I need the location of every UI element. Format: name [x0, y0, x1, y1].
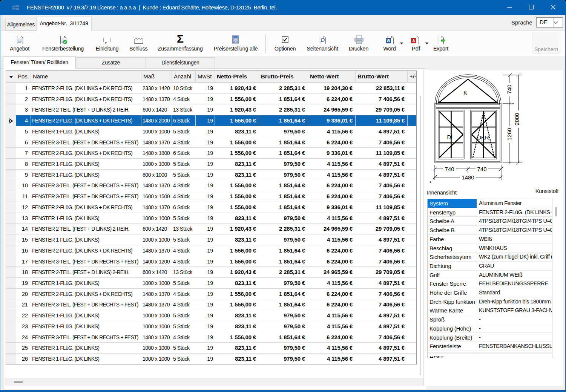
svg-text:740: 740: [477, 166, 486, 172]
svg-text:DKR: DKR: [477, 134, 489, 141]
svg-text:740: 740: [445, 166, 454, 172]
svg-text:740: 740: [506, 84, 512, 94]
svg-text:1480: 1480: [462, 174, 474, 181]
svg-text:W: W: [387, 39, 390, 43]
svg-text:1260: 1260: [506, 128, 512, 140]
svg-text:K: K: [463, 89, 467, 96]
svg-text:A: A: [412, 39, 415, 43]
svg-text:2000: 2000: [514, 113, 520, 125]
svg-text:DL: DL: [447, 134, 454, 140]
